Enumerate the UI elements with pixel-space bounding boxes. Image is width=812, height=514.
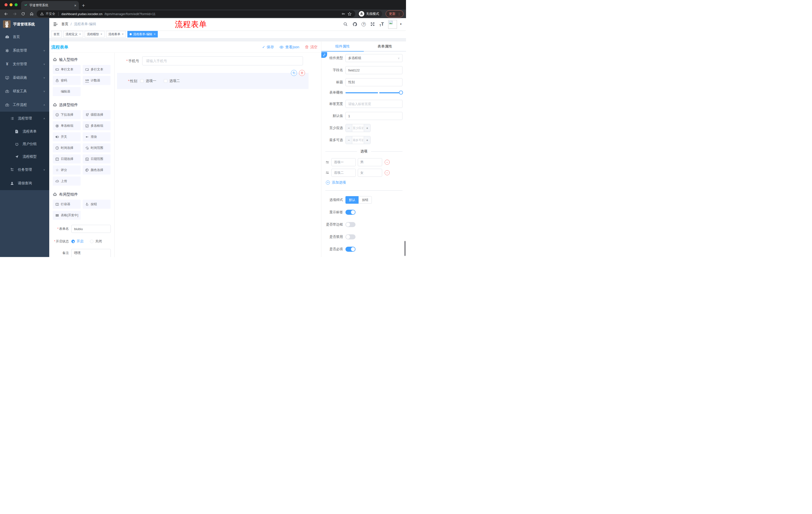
status-off-radio[interactable]: 关闭 — [90, 239, 102, 244]
duplicate-component-button[interactable] — [291, 70, 297, 76]
component-item-date-range[interactable]: 日期范围 — [83, 154, 111, 163]
option-label-input[interactable] — [331, 169, 356, 177]
search-icon[interactable] — [343, 22, 348, 27]
drag-handle-icon[interactable] — [325, 160, 329, 164]
browser-menu-icon[interactable]: ⋮ — [398, 12, 401, 16]
delete-component-button[interactable] — [299, 70, 305, 76]
tag-close-icon[interactable]: × — [100, 32, 102, 36]
component-item-checkbox-group[interactable]: 多选框组 — [83, 121, 111, 130]
canvas-field-phone[interactable]: *手机号 — [115, 56, 321, 65]
sidebar-item-leave-query[interactable]: 请假查询 — [0, 177, 49, 190]
avatar-caret-icon[interactable]: ▼ — [400, 23, 402, 25]
increase-button[interactable]: + — [364, 136, 370, 144]
sidebar-item-process-management[interactable]: 流程管理 ∧ — [0, 112, 49, 125]
option-value-input[interactable] — [358, 169, 382, 177]
gender-checkbox-option1[interactable]: 选项一 — [140, 79, 156, 83]
sidebar-item-infra[interactable]: 基础设施 ∨ — [0, 71, 49, 84]
remove-option-button[interactable]: − — [385, 170, 390, 175]
collapse-sidebar-icon[interactable] — [49, 18, 61, 30]
component-item-slider[interactable]: 滑块 — [83, 132, 111, 141]
reload-icon[interactable] — [20, 10, 27, 17]
tag-process-form-edit[interactable]: 流程表单-编辑× — [127, 31, 158, 37]
tag-process-model[interactable]: 流程模型× — [85, 31, 105, 37]
component-item-multi-text[interactable]: 多行文本 — [83, 65, 111, 74]
component-item-time-range[interactable]: 时间范围 — [83, 143, 111, 153]
not-secure-label[interactable]: 不安全 — [46, 12, 55, 16]
window-controls[interactable] — [4, 3, 18, 6]
help-icon[interactable]: ? — [361, 22, 366, 26]
home-icon[interactable] — [28, 10, 35, 17]
add-option-button[interactable]: + 添加选项 — [326, 180, 403, 185]
form-grid-slider[interactable] — [345, 90, 403, 94]
component-item-button[interactable]: 按钮 — [83, 200, 111, 209]
scrollbar-thumb[interactable] — [404, 241, 406, 256]
style-button-button[interactable]: 按钮 — [358, 196, 372, 204]
component-item-time-picker[interactable]: 时间选择 — [53, 143, 81, 153]
sidebar-item-user-group[interactable]: 用户分组 — [0, 138, 49, 151]
tag-close-icon[interactable]: × — [154, 32, 155, 36]
component-item-color-picker[interactable]: 颜色选择 — [83, 165, 111, 174]
breadcrumb-home[interactable]: 首页 — [61, 22, 68, 26]
component-item-counter[interactable]: 123计数器 — [83, 76, 111, 85]
sidebar-item-task-management[interactable]: 任务管理 ∨ — [0, 163, 49, 177]
sidebar-logo[interactable]: 芋道管理系统 — [0, 18, 49, 30]
increase-button[interactable]: + — [364, 124, 370, 132]
save-button[interactable]: ✓保存 — [262, 45, 274, 50]
form-name-input[interactable] — [71, 225, 111, 233]
bookmark-star-icon[interactable] — [347, 12, 352, 16]
tag-close-icon[interactable]: × — [79, 32, 81, 36]
decrease-button[interactable]: − — [346, 124, 352, 132]
border-toggle[interactable] — [345, 222, 355, 227]
phone-input[interactable] — [142, 56, 303, 65]
minimize-window-button[interactable] — [9, 3, 12, 6]
new-tab-button[interactable]: + — [82, 3, 85, 8]
view-json-button[interactable]: 查看json — [279, 45, 299, 50]
component-item-single-text[interactable]: 单行文本 — [53, 65, 81, 74]
component-item-cascader[interactable]: 级联选择 — [83, 110, 111, 119]
show-label-toggle[interactable] — [345, 210, 355, 215]
avatar[interactable] — [388, 20, 397, 29]
max-select-input[interactable] — [352, 136, 364, 144]
status-on-radio[interactable]: 开启 — [71, 239, 83, 244]
component-item-radio-group[interactable]: 单选框组 — [53, 121, 81, 130]
address-bar[interactable]: 不安全 dashboard.yudao.iocoder.cn/bpm/manag… — [37, 10, 355, 17]
sidebar-item-devtools[interactable]: 研发工具 ∨ — [0, 84, 49, 98]
canvas-field-gender-selected[interactable]: *性别 选项一 选项二 — [117, 73, 309, 89]
form-remark-textarea[interactable]: 嘿嘿 — [71, 249, 111, 257]
component-item-switch[interactable]: 开关 — [53, 132, 81, 141]
option-value-input[interactable] — [358, 158, 382, 166]
sidebar-item-home[interactable]: 首页 — [0, 30, 49, 44]
forward-icon[interactable] — [11, 10, 18, 17]
required-toggle[interactable] — [345, 247, 355, 252]
component-type-select[interactable]: 多选框组∨ — [345, 54, 403, 62]
close-window-button[interactable] — [4, 3, 7, 6]
clear-button[interactable]: 清空 — [305, 45, 318, 50]
sidebar-item-workflow[interactable]: 工作流程 ∧ — [0, 98, 49, 112]
font-size-icon[interactable]: TT — [379, 22, 384, 27]
component-item-password[interactable]: 密码 — [53, 76, 81, 85]
component-item-row-container[interactable]: 行容器 — [53, 200, 81, 209]
sidebar-item-payment[interactable]: ¥ 支付管理 ∨ — [0, 57, 49, 71]
disabled-toggle[interactable] — [345, 234, 355, 239]
slider-handle[interactable] — [399, 90, 403, 94]
fullscreen-icon[interactable] — [370, 22, 375, 27]
component-item-date-picker[interactable]: 日期选择 — [53, 154, 81, 163]
remove-option-button[interactable]: − — [385, 160, 390, 165]
password-key-icon[interactable] — [342, 12, 345, 16]
label-width-input[interactable] — [345, 100, 403, 108]
decrease-button[interactable]: − — [346, 136, 352, 144]
tag-process-definition[interactable]: 流程定义× — [63, 31, 83, 37]
style-default-button[interactable]: 默认 — [345, 196, 358, 204]
min-select-input[interactable] — [352, 124, 364, 132]
component-item-select[interactable]: 下拉选择 — [53, 110, 81, 119]
gender-checkbox-option2[interactable]: 选项二 — [164, 79, 180, 83]
field-name-input[interactable] — [345, 66, 403, 74]
tag-close-icon[interactable]: × — [122, 32, 124, 36]
github-icon[interactable] — [352, 22, 357, 27]
default-value-input[interactable] — [345, 112, 403, 120]
maximize-window-button[interactable] — [14, 3, 18, 6]
title-input[interactable] — [345, 78, 403, 86]
drag-handle-icon[interactable] — [325, 171, 329, 175]
update-button[interactable]: 更新 ⋮ — [386, 10, 404, 17]
tag-home[interactable]: 首页 — [51, 31, 62, 37]
